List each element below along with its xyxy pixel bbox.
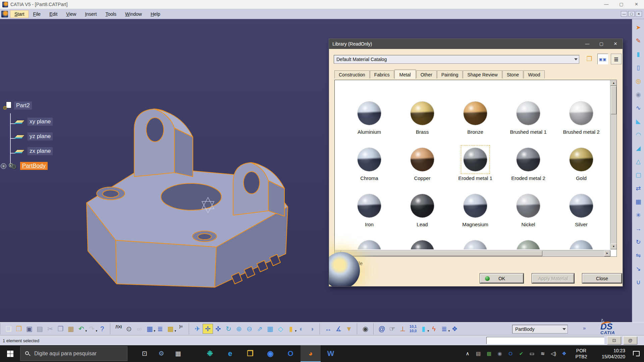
close-button[interactable]: ✕ bbox=[629, 0, 644, 9]
fillet-icon[interactable]: ◠ bbox=[633, 130, 644, 140]
details-view-icon[interactable]: ≣ bbox=[611, 54, 622, 64]
menu-start[interactable]: Start bbox=[10, 10, 29, 18]
dialog-titlebar[interactable]: Library (ReadOnly) — ▢ ✕ bbox=[329, 39, 623, 49]
minimize-button[interactable]: — bbox=[599, 0, 614, 9]
pocket-icon[interactable]: ▯ bbox=[633, 63, 644, 73]
material-partial[interactable] bbox=[502, 238, 555, 249]
tray-app-icon[interactable]: ▩ bbox=[484, 345, 494, 362]
material-chroma[interactable]: Chroma bbox=[343, 145, 396, 191]
tab-construction[interactable]: Construction bbox=[334, 70, 370, 78]
tree-item-zx-plane[interactable]: zx plane bbox=[15, 146, 53, 156]
mdi-restore-button[interactable]: ▢ bbox=[628, 11, 635, 17]
material-aluminium[interactable]: Aluminium bbox=[343, 99, 396, 145]
tab-metal[interactable]: Metal bbox=[394, 70, 416, 79]
material-partial[interactable] bbox=[555, 238, 608, 249]
tray-printer-error-icon[interactable]: ▤ bbox=[473, 345, 484, 362]
taskbar-search-input[interactable]: Digite aqui para pesquisar bbox=[20, 346, 127, 361]
symmetry-icon[interactable]: ⇋ bbox=[633, 250, 644, 260]
scale-icon[interactable]: ↘ bbox=[633, 264, 644, 274]
tray-printer-ok-icon[interactable]: ✔ bbox=[516, 345, 527, 362]
tab-painting[interactable]: Painting bbox=[437, 70, 463, 78]
material-partial[interactable] bbox=[449, 238, 502, 249]
material-brushed-metal-1[interactable]: Brushed metal 1 bbox=[502, 99, 555, 145]
mdi-minimize-button[interactable]: — bbox=[621, 11, 627, 17]
tray-outlook-icon[interactable]: O bbox=[505, 345, 516, 362]
decimal-display-icon[interactable]: 10,1 10,0 bbox=[408, 324, 418, 334]
apply-material-button[interactable]: Apply Material bbox=[532, 274, 574, 283]
close-dialog-button[interactable]: Close bbox=[582, 274, 622, 283]
material-eroded-metal-2[interactable]: Eroded metal 2 bbox=[502, 145, 555, 191]
render-style-3-icon[interactable]: ◑ bbox=[307, 324, 317, 334]
tray-battery-icon[interactable]: ▭ bbox=[527, 345, 537, 362]
start-button[interactable] bbox=[0, 345, 20, 362]
sketch-icon[interactable]: ✎ bbox=[633, 36, 644, 46]
dialog-minimize-button[interactable]: — bbox=[580, 39, 594, 49]
catia-app-icon[interactable]: ◕ bbox=[301, 345, 321, 362]
menu-edit[interactable]: Edit bbox=[45, 10, 62, 18]
mass-properties-icon[interactable]: ▼ bbox=[344, 324, 354, 334]
tree-item-partbody[interactable]: + ⚙⚙ PartBody bbox=[1, 161, 48, 171]
zoom-out-icon[interactable]: ⊖ bbox=[244, 324, 255, 334]
mdi-close-button[interactable]: ✕ bbox=[636, 11, 642, 17]
scrollbar-thumb[interactable] bbox=[341, 251, 542, 256]
maximize-button[interactable]: ▢ bbox=[614, 0, 629, 9]
power-input-field[interactable] bbox=[486, 337, 604, 344]
select-icon[interactable]: ➤ bbox=[633, 22, 644, 33]
scroll-right-icon[interactable]: ► bbox=[604, 250, 610, 256]
knowledge-tree-icon[interactable]: ≣ bbox=[155, 324, 165, 334]
draft-icon[interactable]: △ bbox=[633, 157, 644, 167]
tab-fabrics[interactable]: Fabrics bbox=[370, 70, 394, 78]
chevron-down-icon[interactable] bbox=[573, 55, 579, 63]
material-silver[interactable]: Silver bbox=[555, 191, 608, 238]
scrollbar-thumb[interactable] bbox=[611, 86, 616, 114]
expand-node-icon[interactable]: + bbox=[1, 163, 6, 169]
power-input-button[interactable]: @ bbox=[623, 337, 637, 345]
tree-item-xy-plane[interactable]: xy plane bbox=[15, 117, 53, 127]
shaft-icon[interactable]: ◎ bbox=[633, 76, 644, 86]
copy-icon[interactable]: ❐ bbox=[55, 324, 66, 334]
toolbar-overflow-chevrons[interactable]: » bbox=[583, 325, 586, 331]
tray-chevron-icon[interactable]: ∧ bbox=[462, 345, 473, 362]
part-3d-model[interactable] bbox=[50, 96, 319, 311]
horizontal-scrollbar[interactable]: ◄ ► bbox=[335, 250, 610, 256]
taskbar-clock[interactable]: 10:23 15/04/2020 bbox=[593, 348, 625, 360]
cut-icon[interactable]: ✂ bbox=[45, 324, 55, 334]
viewport-3d[interactable]: z y ⚙ Part2 + ⚙⚙ PartBody xy planeyz pla… bbox=[0, 19, 632, 322]
material-bronze[interactable]: Bronze bbox=[449, 99, 502, 145]
language-indicator[interactable]: POR PTB2 bbox=[571, 348, 592, 360]
chrome-icon[interactable]: ◉ bbox=[260, 345, 280, 362]
open-folder-icon[interactable]: ❒ bbox=[584, 54, 595, 64]
material-catalog-select[interactable]: Default Material Catalog bbox=[334, 55, 579, 64]
catalog-swirl-icon[interactable]: @ bbox=[377, 324, 387, 334]
pan-icon[interactable]: ✜ bbox=[213, 324, 223, 334]
material-partial[interactable] bbox=[343, 238, 396, 249]
print-icon[interactable]: ▤ bbox=[35, 324, 45, 334]
compass-manipulator[interactable] bbox=[197, 195, 219, 216]
large-icons-view-icon[interactable]: ▣▣ bbox=[597, 54, 608, 64]
measure-between-icon[interactable]: ↔ bbox=[323, 324, 333, 334]
dialog-close-button[interactable]: ✕ bbox=[608, 39, 623, 49]
material-nickel[interactable]: Nickel bbox=[502, 191, 555, 238]
dialog-maximize-button[interactable]: ▢ bbox=[594, 39, 608, 49]
tray-defender-icon[interactable]: ❖ bbox=[559, 345, 570, 362]
relations-icon[interactable]: }= bbox=[176, 324, 186, 334]
rotate-icon[interactable]: ↻ bbox=[633, 237, 644, 247]
partbody-selector[interactable]: PartBody bbox=[512, 325, 568, 334]
fly-mode-icon[interactable]: ✈ bbox=[192, 324, 203, 334]
render-style-2-icon[interactable]: ◐ bbox=[296, 324, 307, 334]
axis-system-icon[interactable]: ⊥ bbox=[397, 324, 408, 334]
zoom-in-icon[interactable]: ⊕ bbox=[234, 324, 244, 334]
context-help-icon[interactable]: ? bbox=[97, 324, 107, 334]
bolt-icon[interactable]: ϟ bbox=[429, 324, 439, 334]
camera-icon[interactable]: ◉ bbox=[360, 324, 371, 334]
list-icon[interactable]: ≣ bbox=[439, 324, 449, 334]
hole-icon[interactable]: ◉ bbox=[633, 89, 644, 100]
paste-icon[interactable]: ▦ bbox=[66, 324, 76, 334]
app-teal-icon[interactable]: ❉ bbox=[200, 345, 220, 362]
redo-icon[interactable]: ↷ bbox=[87, 324, 97, 334]
shell-icon[interactable]: ▢ bbox=[633, 170, 644, 180]
lock-icon[interactable]: ▩ bbox=[165, 324, 176, 334]
pad-icon[interactable]: ▮ bbox=[633, 49, 644, 59]
ok-button[interactable]: OK bbox=[480, 274, 524, 283]
material-copper[interactable]: Copper bbox=[396, 145, 449, 191]
